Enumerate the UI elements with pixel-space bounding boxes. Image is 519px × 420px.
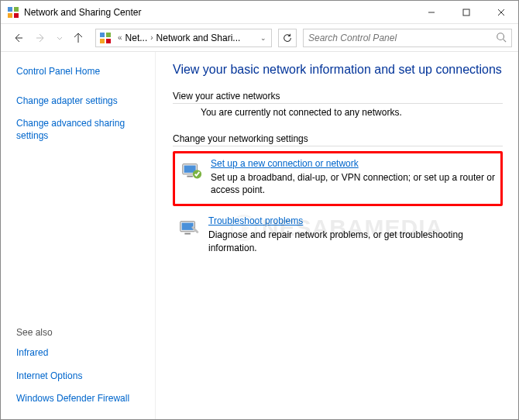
- close-button[interactable]: [483, 1, 518, 23]
- up-button[interactable]: [67, 27, 89, 49]
- svg-line-16: [504, 39, 507, 42]
- refresh-button[interactable]: [278, 29, 297, 47]
- body: Control Panel Home Change adapter settin…: [1, 52, 518, 419]
- svg-rect-3: [14, 13, 19, 18]
- back-button[interactable]: [7, 27, 29, 49]
- see-also-label: See also: [16, 327, 155, 338]
- setup-connection-icon: [180, 160, 203, 183]
- window-controls: [414, 1, 518, 23]
- sidebar-advanced-link[interactable]: Change advanced sharing settings: [16, 118, 155, 142]
- maximize-button[interactable]: [449, 1, 483, 23]
- network-center-icon: [7, 6, 19, 19]
- setup-connection-option[interactable]: Set up a new connection or network Set u…: [173, 151, 503, 206]
- address-dropdown-icon[interactable]: ⌄: [257, 34, 270, 42]
- svg-rect-1: [14, 7, 19, 12]
- troubleshoot-option[interactable]: Troubleshoot problems Diagnose and repai…: [173, 211, 503, 261]
- titlebar: Network and Sharing Center: [1, 1, 518, 24]
- svg-rect-0: [8, 7, 12, 12]
- sidebar-firewall-link[interactable]: Windows Defender Firewall: [16, 393, 155, 405]
- forward-button[interactable]: [30, 27, 52, 49]
- address-bar[interactable]: « Net... › Network and Shari... ⌄: [95, 29, 272, 47]
- sidebar-internet-options-link[interactable]: Internet Options: [16, 370, 155, 383]
- page-heading: View your basic network information and …: [173, 63, 503, 77]
- active-networks-label: View your active networks: [173, 91, 503, 102]
- troubleshoot-link[interactable]: Troubleshoot problems: [208, 215, 303, 226]
- minimize-button[interactable]: [414, 1, 449, 23]
- troubleshoot-desc: Diagnose and repair network problems, or…: [208, 229, 498, 253]
- navbar: « Net... › Network and Shari... ⌄: [1, 24, 518, 52]
- svg-rect-11: [100, 33, 105, 37]
- recent-dropdown[interactable]: [53, 27, 66, 49]
- search-box[interactable]: [303, 29, 512, 47]
- svg-rect-25: [184, 233, 191, 235]
- svg-rect-21: [187, 176, 193, 177]
- breadcrumb-seg1[interactable]: Net...: [125, 33, 148, 43]
- sidebar-adapter-link[interactable]: Change adapter settings: [16, 95, 155, 108]
- setup-connection-link[interactable]: Set up a new connection or network: [211, 158, 359, 169]
- svg-rect-13: [100, 39, 105, 43]
- svg-rect-12: [106, 33, 111, 37]
- breadcrumb-seg2[interactable]: Network and Shari...: [156, 33, 257, 43]
- svg-rect-14: [106, 39, 111, 43]
- chevron-left-icon[interactable]: «: [115, 33, 125, 42]
- sidebar-infrared-link[interactable]: Infrared: [16, 347, 155, 360]
- search-input[interactable]: [307, 32, 496, 44]
- svg-rect-24: [182, 223, 194, 230]
- change-settings-label: Change your networking settings: [173, 133, 503, 144]
- chevron-right-icon[interactable]: ›: [147, 33, 156, 42]
- network-center-icon: [99, 32, 112, 44]
- sidebar-home-link[interactable]: Control Panel Home: [16, 66, 155, 78]
- main-pane: NESABAMEDIA View your basic network info…: [156, 52, 518, 419]
- sidebar: Control Panel Home Change adapter settin…: [1, 52, 156, 419]
- setup-connection-desc: Set up a broadband, dial-up, or VPN conn…: [211, 171, 496, 196]
- active-networks-msg: You are currently not connected to any n…: [201, 107, 503, 124]
- svg-rect-5: [463, 9, 469, 15]
- svg-rect-2: [8, 13, 12, 18]
- svg-point-15: [497, 33, 504, 40]
- search-icon[interactable]: [496, 32, 508, 44]
- troubleshoot-icon: [177, 217, 201, 240]
- window-title: Network and Sharing Center: [24, 7, 414, 18]
